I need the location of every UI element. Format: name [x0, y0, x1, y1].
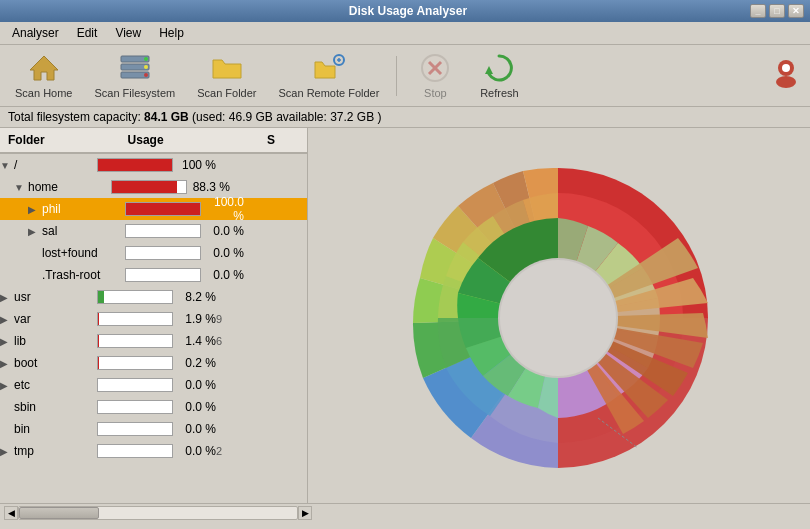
donut-chart: [338, 138, 778, 498]
toolbar-separator: [396, 56, 397, 96]
tree-row[interactable]: ▶ usr 8.2 %: [0, 286, 307, 308]
menu-help[interactable]: Help: [151, 24, 192, 42]
scroll-right-button[interactable]: ▶: [298, 506, 312, 520]
tree-row[interactable]: lost+found 0.0 %: [0, 242, 307, 264]
usage-bar: [111, 180, 187, 194]
tree-row[interactable]: ▶ sal 0.0 %: [0, 220, 307, 242]
status-total: 84.1 GB: [144, 110, 189, 124]
tree-row[interactable]: .Trash-root 0.0 %: [0, 264, 307, 286]
row-percentage: 0.0 %: [176, 422, 216, 436]
row-name: tmp: [14, 444, 94, 458]
usage-bar: [125, 224, 201, 238]
scan-filesystem-label: Scan Filesystem: [94, 87, 175, 99]
tree-row[interactable]: ▶ phil 100.0 %: [0, 198, 307, 220]
scrollbar-area: ◀ ▶: [0, 503, 810, 521]
tree-row[interactable]: ▶ etc 0.0 %: [0, 374, 307, 396]
scrollbar-thumb[interactable]: [19, 507, 99, 519]
bar-fill: [112, 181, 177, 193]
row-size: 2: [216, 445, 222, 457]
row-arrow: ▶: [0, 336, 14, 347]
usage-bar: [97, 444, 173, 458]
menu-analyser[interactable]: Analyser: [4, 24, 67, 42]
row-name: .Trash-root: [42, 268, 122, 282]
usage-bar: [125, 268, 201, 282]
row-name: boot: [14, 356, 94, 370]
main-content: Folder Usage S ▼ / 100 % ▼ home 88.3 %: [0, 128, 810, 503]
svg-point-19: [500, 260, 616, 376]
col-header-size: S: [263, 131, 303, 149]
row-percentage: 1.4 %: [176, 334, 216, 348]
horizontal-scrollbar[interactable]: [18, 506, 298, 520]
row-percentage: 0.0 %: [204, 268, 244, 282]
chart-panel: music 23.4 GB: [308, 128, 810, 503]
gnome-logo: [768, 56, 804, 95]
row-percentage: 0.0 %: [176, 378, 216, 392]
usage-bar: [97, 290, 173, 304]
row-arrow: ▶: [28, 204, 42, 215]
scan-remote-button[interactable]: Scan Remote Folder: [270, 49, 389, 103]
svg-marker-13: [485, 66, 493, 74]
stop-icon: [419, 52, 451, 84]
row-name: phil: [42, 202, 122, 216]
tree-row[interactable]: sbin 0.0 %: [0, 396, 307, 418]
row-percentage: 100 %: [176, 158, 216, 172]
svg-point-16: [782, 64, 790, 72]
row-arrow: ▶: [0, 314, 14, 325]
bar-fill: [126, 203, 200, 215]
stop-button[interactable]: Stop: [405, 49, 465, 103]
tree-row[interactable]: ▶ boot 0.2 %: [0, 352, 307, 374]
row-name: home: [28, 180, 108, 194]
row-name: usr: [14, 290, 94, 304]
tree-row[interactable]: ▶ var 1.9 % 9: [0, 308, 307, 330]
row-percentage: 0.0 %: [204, 246, 244, 260]
usage-bar: [97, 400, 173, 414]
row-name: sal: [42, 224, 122, 238]
row-name: /: [14, 158, 94, 172]
scan-folder-icon: [211, 52, 243, 84]
close-button[interactable]: ✕: [788, 4, 804, 18]
row-arrow: ▶: [0, 446, 14, 457]
maximize-button[interactable]: □: [769, 4, 785, 18]
row-size: 9: [216, 313, 222, 325]
minimize-button[interactable]: _: [750, 4, 766, 18]
usage-bar: [97, 378, 173, 392]
window-controls[interactable]: _ □ ✕: [750, 4, 804, 18]
scan-remote-label: Scan Remote Folder: [279, 87, 380, 99]
usage-bar: [97, 334, 173, 348]
bar-fill: [98, 313, 99, 325]
row-percentage: 8.2 %: [176, 290, 216, 304]
row-name: var: [14, 312, 94, 326]
scan-filesystem-button[interactable]: Scan Filesystem: [85, 49, 184, 103]
scroll-left-button[interactable]: ◀: [4, 506, 18, 520]
toolbar: Scan Home Scan Filesystem Scan Folder: [0, 45, 810, 107]
refresh-icon: [483, 52, 515, 84]
menu-view[interactable]: View: [107, 24, 149, 42]
scan-home-button[interactable]: Scan Home: [6, 49, 81, 103]
tree-row[interactable]: bin 0.0 %: [0, 418, 307, 440]
statusbar: Total filesystem capacity: 84.1 GB (used…: [0, 107, 810, 128]
window-title: Disk Usage Analyser: [66, 4, 750, 18]
row-percentage: 0.0 %: [176, 444, 216, 458]
refresh-button[interactable]: Refresh: [469, 49, 529, 103]
col-header-folder: Folder: [4, 131, 124, 149]
stop-label: Stop: [424, 87, 447, 99]
svg-point-15: [776, 76, 796, 88]
usage-bar: [97, 356, 173, 370]
row-arrow: ▶: [28, 226, 42, 237]
menu-edit[interactable]: Edit: [69, 24, 106, 42]
row-arrow: ▼: [0, 160, 14, 171]
bar-fill: [98, 291, 104, 303]
scan-folder-button[interactable]: Scan Folder: [188, 49, 265, 103]
tree-panel: Folder Usage S ▼ / 100 % ▼ home 88.3 %: [0, 128, 308, 503]
tree-row[interactable]: ▶ lib 1.4 % 6: [0, 330, 307, 352]
scan-filesystem-icon: [119, 52, 151, 84]
usage-bar: [125, 246, 201, 260]
row-arrow: ▶: [0, 292, 14, 303]
tree-row[interactable]: ▼ home 88.3 %: [0, 176, 307, 198]
tree-row[interactable]: ▼ / 100 %: [0, 154, 307, 176]
svg-point-4: [144, 57, 148, 61]
tree-row[interactable]: ▶ tmp 0.0 % 2: [0, 440, 307, 462]
row-percentage: 100.0 %: [204, 195, 244, 223]
scan-home-icon: [28, 52, 60, 84]
row-arrow: ▶: [0, 358, 14, 369]
